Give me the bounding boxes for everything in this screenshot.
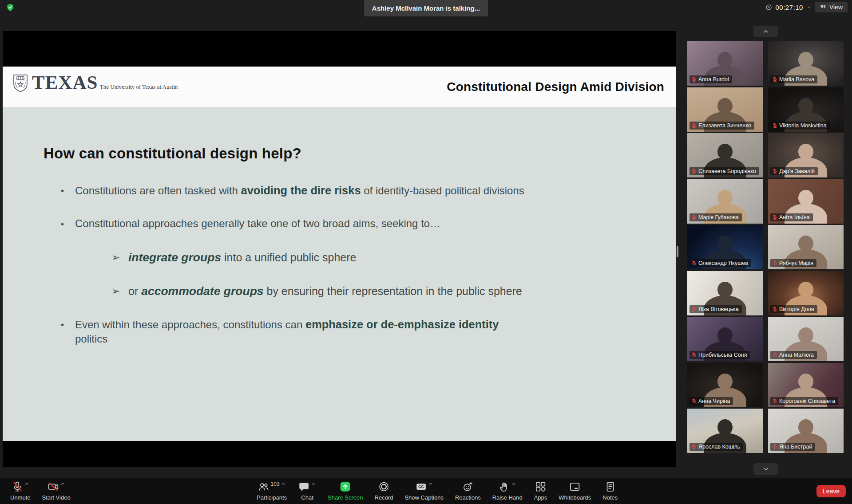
slide-bullet: •Even within these approaches, constitut… — [61, 317, 649, 346]
share-screen-button[interactable]: Share Screen — [322, 478, 369, 504]
participant-tile[interactable]: Олександр Якушев — [687, 225, 763, 269]
participant-tile[interactable]: Дар'я Завалій — [768, 133, 844, 177]
show-captions-icon: CC — [415, 481, 427, 492]
reactions-button[interactable]: Reactions — [449, 478, 487, 504]
muted-mic-icon — [691, 444, 697, 450]
timer-chevron-down-icon[interactable] — [807, 5, 812, 10]
participant-name: Єлизавета Бородієнко — [698, 168, 756, 174]
bullet-text: or accommodate groups by ensuring their … — [128, 284, 522, 299]
participant-tile[interactable]: Ярослав Кошіль — [687, 409, 763, 453]
meeting-timer: 00:27:10 — [776, 4, 803, 11]
participant-name: Ліза Вітовецька — [698, 306, 739, 312]
muted-mic-icon — [772, 444, 778, 450]
whiteboards-button[interactable]: Whiteboards — [553, 478, 597, 504]
participant-name-tag: Анна Малюга — [770, 351, 817, 359]
participant-tile[interactable]: Вікторія Доля — [768, 271, 844, 315]
participant-name-tag: Ліза Вітовецька — [690, 305, 742, 313]
participant-name: Яна Бистрай — [779, 444, 812, 450]
whiteboards-icon — [569, 481, 581, 492]
notes-icon — [604, 481, 616, 492]
participant-tile[interactable]: Короговнік Єлизавета — [768, 363, 844, 407]
chevron-up-icon[interactable] — [311, 481, 316, 486]
notes-label: Notes — [602, 494, 618, 501]
chat-label: Chat — [301, 494, 313, 501]
leave-button[interactable]: Leave — [816, 485, 846, 497]
gallery-scroll-up-button[interactable] — [753, 26, 778, 37]
muted-mic-icon — [772, 122, 778, 129]
slide-header-title: Constitutional Design Amid Division — [447, 80, 664, 94]
clock-icon — [765, 4, 772, 11]
muted-mic-icon — [772, 168, 778, 174]
bullet-text: integrate groups into a unified public s… — [128, 250, 356, 265]
participants-gallery: Anna BurdolMariia BasovaЕлизавета Зинчен… — [687, 41, 844, 455]
raise-hand-label: Raise Hand — [492, 494, 523, 501]
participant-name-tag: Короговнік Єлизавета — [770, 397, 838, 405]
participant-name-tag: Mariia Basova — [770, 75, 817, 83]
chevron-up-icon[interactable] — [60, 481, 65, 486]
view-grid-icon — [820, 4, 826, 10]
participant-tile[interactable]: Рябчук Марія — [768, 225, 844, 269]
participant-tile[interactable]: Mariia Basova — [768, 41, 844, 86]
participant-tile[interactable]: Марія Губанова — [687, 179, 763, 224]
participant-tile[interactable]: Anna Burdol — [687, 41, 763, 86]
participant-name-tag: Вікторія Доля — [770, 305, 817, 313]
raise-hand-icon — [499, 481, 510, 492]
logo-tagline: The University of Texas at Austin — [100, 83, 178, 90]
gallery-scroll-down-button[interactable] — [753, 463, 778, 475]
security-shield-icon[interactable] — [6, 3, 15, 12]
logo-wordmark: TEXAS — [32, 72, 98, 93]
participant-tile[interactable]: Анна Малюга — [768, 317, 844, 361]
chevron-up-icon[interactable] — [24, 481, 29, 486]
participant-name-tag: Марія Губанова — [690, 213, 742, 221]
chevron-up-icon[interactable] — [428, 481, 433, 486]
participant-tile[interactable]: Єлизавета Бородієнко — [687, 133, 763, 177]
participant-name-tag: Прибильська Соня — [690, 351, 750, 359]
muted-mic-icon — [691, 214, 697, 220]
participant-tile[interactable]: Елизавета Зинченко — [687, 87, 763, 132]
slide-bullet: •Constitutional approaches generally tak… — [61, 217, 649, 231]
chat-button[interactable]: Chat — [293, 478, 322, 504]
participant-tile[interactable]: Прибильська Соня — [687, 317, 763, 361]
participants-button[interactable]: 103Participants — [251, 478, 293, 504]
slide-bullet: ➢integrate groups into a unified public … — [111, 250, 649, 265]
participant-name: Прибильська Соня — [698, 352, 747, 358]
slide-heading: How can constitutional design help? — [44, 145, 649, 162]
record-icon — [378, 481, 389, 492]
participant-name: Рябчук Марія — [779, 260, 813, 266]
panel-resize-handle[interactable] — [677, 246, 678, 257]
chevron-up-icon[interactable] — [281, 481, 286, 486]
share-screen-icon — [340, 481, 351, 492]
meeting-toolbar: UnmuteStart Video 103ParticipantsChatSha… — [0, 478, 852, 504]
notes-button[interactable]: Notes — [597, 478, 623, 504]
muted-mic-icon — [691, 168, 697, 174]
raise-hand-button[interactable]: Raise Hand — [487, 478, 528, 504]
view-button[interactable]: View — [815, 2, 848, 12]
participant-tile[interactable]: Viktoriia Moskvitina — [768, 87, 844, 132]
participant-name: Олександр Якушев — [698, 260, 748, 266]
participant-name-tag: Єлизавета Бородієнко — [690, 167, 759, 175]
unmute-label: Unmute — [10, 494, 31, 501]
slide-bullet: ➢or accommodate groups by ensuring their… — [111, 284, 649, 299]
slide-body: How can constitutional design help? •Con… — [3, 107, 676, 441]
unmute-icon — [12, 481, 23, 492]
slide-header-band: TEXAS The University of Texas at Austin … — [3, 67, 676, 107]
chevron-up-icon[interactable] — [511, 481, 516, 486]
participant-tile[interactable]: Аніта Ільїна — [768, 179, 844, 224]
participant-name: Дар'я Завалій — [779, 168, 815, 174]
participant-tile[interactable]: Ліза Вітовецька — [687, 271, 763, 315]
unmute-button[interactable]: Unmute — [4, 478, 36, 504]
start-video-icon — [48, 481, 59, 492]
record-button[interactable]: Record — [369, 478, 399, 504]
show-captions-button[interactable]: CCShow Captions — [399, 478, 449, 504]
whiteboards-label: Whiteboards — [559, 494, 591, 501]
participant-name: Марія Губанова — [698, 214, 739, 220]
apps-button[interactable]: Apps — [528, 478, 553, 504]
participant-name: Viktoriia Moskvitina — [779, 122, 827, 129]
muted-mic-icon — [691, 352, 697, 358]
participant-tile[interactable]: Анна Чиріна — [687, 363, 763, 407]
participant-name: Елизавета Зинченко — [698, 122, 751, 129]
slide-bullet: •Constitutions are often tasked with avo… — [61, 183, 649, 198]
start-video-button[interactable]: Start Video — [36, 478, 76, 504]
participant-name-tag: Ярослав Кошіль — [690, 443, 743, 451]
participant-tile[interactable]: Яна Бистрай — [768, 409, 844, 453]
